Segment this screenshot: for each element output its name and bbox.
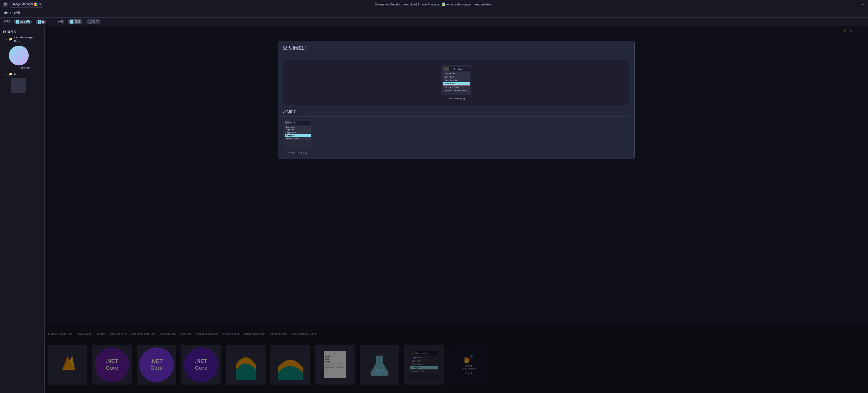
images-icon: 🖼 xyxy=(3,30,6,34)
settings-bar: ⚙ 设置 xyxy=(0,9,868,18)
find-similar-modal: 查找相似图片 × xyxy=(278,41,634,159)
source-image-content: img KB - vdgram Copy Name Copy Path Copy… xyxy=(441,65,471,95)
similar-images-row: File KB CouldB Copy Name Copy Path Copy … xyxy=(283,119,629,154)
svg-point-0 xyxy=(17,56,20,59)
filter-g[interactable]: ✓ g xyxy=(36,20,46,24)
sidebar-item-a-folder[interactable]: ▼ 📁 a xyxy=(3,71,41,77)
filter-bar: 类型 ✓ avif 2 ✓ g 分组 ✓ 目录 类型 xyxy=(0,18,868,26)
tab-image-manager[interactable]: Image Manager 🖼️ × xyxy=(10,1,43,7)
images-label: 🖼 图片 xyxy=(7,30,17,34)
sub-thumbnail xyxy=(11,78,26,93)
directory-checkbox-icon: ✓ xyxy=(70,20,73,24)
settings-gear-icon xyxy=(4,11,8,15)
tab-label: Image Manager 🖼️ xyxy=(12,2,38,6)
modal-close-button[interactable]: × xyxy=(623,45,629,51)
sidebar-item-root-folder[interactable]: ▼ 📁 vscode-image-ma... xyxy=(3,35,41,43)
type-filter-label: 类型 xyxy=(4,20,10,24)
logo-filename: logo.png xyxy=(9,66,41,69)
a-folder-label: a xyxy=(14,72,16,76)
main-content: ⚡ ↻ ⬆ ··· 171013614889....gif 4.crop.web… xyxy=(44,26,868,393)
title-bar: 🖼 Image Manager 🖼️ × [Extension Developm… xyxy=(0,0,868,9)
sub-thumb-area xyxy=(3,77,41,94)
modal-overlay: 查找相似图片 × xyxy=(44,26,868,393)
title-bar-more[interactable]: ··· xyxy=(861,2,864,6)
settings-label: ⚙ 设置 xyxy=(10,11,20,16)
source-filename: compress.png xyxy=(447,97,465,100)
logo-thumbnail xyxy=(9,46,29,65)
similar-thumb-1[interactable]: File KB CouldB Copy Name Copy Path Copy … xyxy=(283,119,313,149)
type-label: 类型 xyxy=(93,20,99,24)
chevron-down-icon: ▼ xyxy=(5,38,7,41)
content-area: 🖼 🖼 图片 ▼ 📁 vscode-image-ma... xyxy=(0,26,868,393)
similar-section-label: 相似图片 xyxy=(283,110,629,117)
sidebar: 🖼 🖼 图片 ▼ 📁 vscode-image-ma... xyxy=(0,26,44,393)
app-icon: 🖼 xyxy=(3,2,8,7)
modal-title: 查找相似图片 xyxy=(283,46,307,51)
title-bar-left: 🖼 Image Manager 🖼️ × xyxy=(3,1,43,7)
folder-icon: 📁 xyxy=(9,37,12,41)
g-label: g xyxy=(42,20,44,24)
app-container: ⚙ 设置 类型 ✓ avif 2 ✓ g 分组 ✓ 目录 类型 🖼 xyxy=(0,9,868,393)
window-title: [Extension Development Host] Image Manag… xyxy=(374,2,494,6)
similar-section: 相似图片 File KB xyxy=(283,110,629,154)
images-header: 🖼 🖼 图片 xyxy=(3,29,41,35)
avif-count: 2 xyxy=(26,20,30,23)
modal-header: 查找相似图片 × xyxy=(278,41,634,55)
modal-body: img KB - vdgram Copy Name Copy Path Copy… xyxy=(278,55,634,159)
a-folder-icon: 📁 xyxy=(9,72,12,76)
root-folder-label: vscode-image-ma... xyxy=(14,36,39,42)
source-thumb: img KB - vdgram Copy Name Copy Path Copy… xyxy=(441,65,471,95)
tab-close-icon[interactable]: × xyxy=(39,2,41,6)
group-filter-label: 分组 xyxy=(58,20,64,24)
chevron-right-icon: ▼ xyxy=(5,73,7,75)
source-image-wrapper: img KB - vdgram Copy Name Copy Path Copy… xyxy=(441,65,471,100)
g-checkbox-icon: ✓ xyxy=(38,20,41,24)
group-directory[interactable]: ✓ 目录 xyxy=(68,19,82,24)
directory-label: 目录 xyxy=(74,20,80,24)
avif-checkbox-icon: ✓ xyxy=(16,20,19,24)
group-type[interactable]: 类型 xyxy=(86,19,100,24)
images-section: 🖼 🖼 图片 ▼ 📁 vscode-image-ma... xyxy=(0,28,44,95)
modal-source-section: img KB - vdgram Copy Name Copy Path Copy… xyxy=(283,60,629,105)
similar-image-content: File KB CouldB Copy Name Copy Path Copy … xyxy=(283,119,313,149)
type-checkbox-icon xyxy=(88,20,92,24)
avif-label: avif xyxy=(20,20,25,24)
filter-avif[interactable]: ✓ avif 2 xyxy=(14,20,32,24)
logo-svg xyxy=(12,51,25,60)
similar-filename-1: image copy.png xyxy=(288,151,308,154)
similar-image-1: File KB CouldB Copy Name Copy Path Copy … xyxy=(283,119,313,154)
sidebar-logo-area: logo.png xyxy=(3,43,41,71)
